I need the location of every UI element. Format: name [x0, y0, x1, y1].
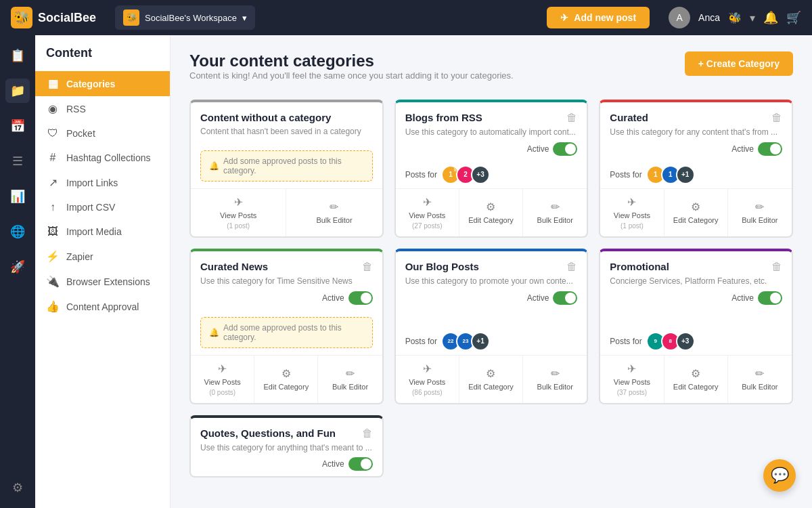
active-toggle[interactable] [553, 291, 577, 305]
avatar-more: +1 [676, 165, 695, 184]
view-posts-action[interactable]: ✈ View Posts (86 posts) [396, 356, 459, 403]
import-csv-icon: ↑ [46, 201, 60, 213]
avatar-stack: 1in 2 +3 [441, 165, 490, 184]
edit-icon: ✏ [346, 367, 355, 380]
sidebar-item-import-csv[interactable]: ↑ Import CSV [35, 195, 170, 219]
category-card-blogs-rss: Blogs from RSS 🗑 Use this category to au… [394, 100, 589, 238]
send-icon: ✈ [218, 362, 227, 375]
active-label: Active [527, 144, 549, 154]
view-posts-label: View Posts [409, 211, 445, 219]
cart-icon[interactable]: 🛒 [786, 10, 801, 25]
card-desc: Use this category to promote your own co… [405, 276, 578, 287]
posts-for-row: Posts for 9 8 +3 [600, 328, 792, 355]
sidebar-item-browser-extensions[interactable]: 🔌 Browser Extensions [35, 269, 170, 294]
iconbar-item-3[interactable]: 📅 [5, 114, 30, 138]
active-toggle[interactable] [553, 142, 577, 156]
sidebar-item-pocket[interactable]: 🛡 Pocket [35, 121, 170, 146]
app-logo: 🐝 SocialBee [11, 7, 96, 28]
view-posts-action[interactable]: ✈ View Posts (1 post) [191, 189, 286, 236]
posts-for-row: Posts for 1in 2 +3 [396, 161, 587, 188]
view-posts-label: View Posts [220, 211, 256, 219]
bell-icon[interactable]: 🔔 [763, 10, 778, 25]
icon-bar: 📋 📁 📅 ☰ 📊 🌐 🚀 ⚙ [0, 35, 35, 508]
browser-ext-icon: 🔌 [46, 275, 60, 288]
bee-icon: 🐝 [728, 12, 742, 24]
posts-for-label: Posts for [405, 170, 437, 179]
iconbar-item-1[interactable]: 📋 [5, 43, 30, 68]
create-category-button[interactable]: + Create Category [685, 51, 793, 76]
edit-category-action[interactable]: ⚙ Edit Category [664, 356, 728, 403]
bulk-editor-action[interactable]: ✏ Bulk Editor [318, 356, 382, 403]
active-label: Active [322, 293, 344, 303]
bulk-editor-action[interactable]: ✏ Bulk Editor [523, 189, 587, 236]
edit-category-action[interactable]: ⚙ Edit Category [459, 189, 523, 236]
view-posts-label: View Posts [204, 378, 241, 386]
view-posts-count: (0 posts) [209, 389, 235, 396]
workspace-button[interactable]: 🐝 SocialBee's Workspace ▾ [115, 5, 255, 30]
iconbar-item-2[interactable]: 📁 [5, 79, 30, 103]
topnav: 🐝 SocialBee 🐝 SocialBee's Workspace ▾ ✈ … [0, 0, 812, 35]
active-toggle[interactable] [758, 142, 782, 156]
active-toggle[interactable] [348, 291, 373, 305]
delete-icon[interactable]: 🗑 [362, 261, 373, 273]
category-card-blog-posts: Our Blog Posts 🗑 Use this category to pr… [394, 249, 589, 404]
posts-for-label: Posts for [610, 170, 641, 179]
bulk-editor-action[interactable]: ✏ Bulk Editor [523, 356, 587, 403]
sidebar-item-import-links[interactable]: ↗ Import Links [35, 170, 170, 195]
sidebar-item-categories[interactable]: ▦ Categories [35, 71, 170, 96]
edit-category-action[interactable]: ⚙ Edit Category [254, 356, 318, 403]
card-desc: Concierge Services, Platform Features, e… [610, 276, 782, 287]
iconbar-item-5[interactable]: 📊 [5, 184, 30, 209]
sidebar: Content ▦ Categories ◉ RSS 🛡 Pocket # Ha… [35, 35, 171, 508]
sidebar-item-hashtag-collections[interactable]: # Hashtag Collections [35, 146, 170, 170]
avatar-stack: 9 8 +3 [646, 332, 695, 351]
card-title: Curated [610, 112, 648, 123]
view-posts-action[interactable]: ✈ View Posts (1 post) [600, 189, 664, 236]
delete-icon[interactable]: 🗑 [771, 112, 782, 124]
delete-icon[interactable]: 🗑 [362, 427, 373, 440]
active-toggle[interactable] [348, 457, 373, 471]
content-approval-icon: 👍 [46, 300, 60, 313]
sidebar-item-rss[interactable]: ◉ RSS [35, 96, 170, 121]
delete-icon[interactable]: 🗑 [771, 261, 782, 273]
add-post-label: Add new post [574, 12, 636, 23]
bulk-editor-action[interactable]: ✏ Bulk Editor [728, 356, 792, 403]
sidebar-import-links-label: Import Links [66, 177, 118, 188]
categories-grid: Content without a category Content that … [189, 100, 793, 478]
bulk-editor-action[interactable]: ✏ Bulk Editor [728, 189, 792, 236]
page-title: Your content categories [189, 51, 514, 70]
delete-icon[interactable]: 🗑 [566, 261, 577, 273]
view-posts-action[interactable]: ✈ View Posts (0 posts) [191, 356, 254, 403]
app-name: SocialBee [38, 11, 96, 25]
gear-icon: ⚙ [486, 367, 495, 380]
bulk-editor-label: Bulk Editor [537, 216, 573, 224]
sidebar-pocket-label: Pocket [66, 128, 95, 139]
sidebar-categories-label: Categories [66, 79, 115, 89]
no-posts-text: Add some approved posts to this category… [223, 323, 364, 342]
iconbar-item-4[interactable]: ☰ [5, 149, 30, 173]
sidebar-item-zapier[interactable]: ⚡ Zapier [35, 244, 170, 269]
iconbar-item-7[interactable]: 🚀 [5, 255, 30, 279]
avatar[interactable]: A [669, 7, 690, 28]
view-posts-count: (37 posts) [617, 389, 647, 396]
sidebar-item-import-media[interactable]: 🖼 Import Media [35, 219, 170, 244]
chat-bubble[interactable]: 💬 [763, 459, 796, 492]
edit-category-action[interactable]: ⚙ Edit Category [664, 189, 728, 236]
sidebar-item-content-approval[interactable]: 👍 Content Approval [35, 294, 170, 319]
main-header: Your content categories Content is king!… [189, 51, 793, 94]
iconbar-item-settings[interactable]: ⚙ [5, 475, 30, 500]
sidebar-content-approval-label: Content Approval [66, 301, 139, 312]
view-posts-action[interactable]: ✈ View Posts (37 posts) [600, 356, 664, 403]
workspace-label: SocialBee's Workspace [145, 13, 237, 23]
delete-icon[interactable]: 🗑 [566, 112, 577, 124]
view-posts-action[interactable]: ✈ View Posts (27 posts) [396, 189, 459, 236]
active-toggle[interactable] [758, 291, 782, 305]
edit-category-label: Edit Category [468, 383, 514, 391]
add-post-button[interactable]: ✈ Add new post [547, 7, 650, 28]
bulk-editor-action[interactable]: ✏ Bulk Editor [286, 189, 382, 236]
edit-category-action[interactable]: ⚙ Edit Category [459, 356, 523, 403]
active-label: Active [322, 459, 344, 469]
chevron-icon[interactable]: ▾ [750, 12, 755, 24]
bell-small-icon: 🔔 [209, 161, 219, 171]
iconbar-item-6[interactable]: 🌐 [5, 219, 30, 244]
